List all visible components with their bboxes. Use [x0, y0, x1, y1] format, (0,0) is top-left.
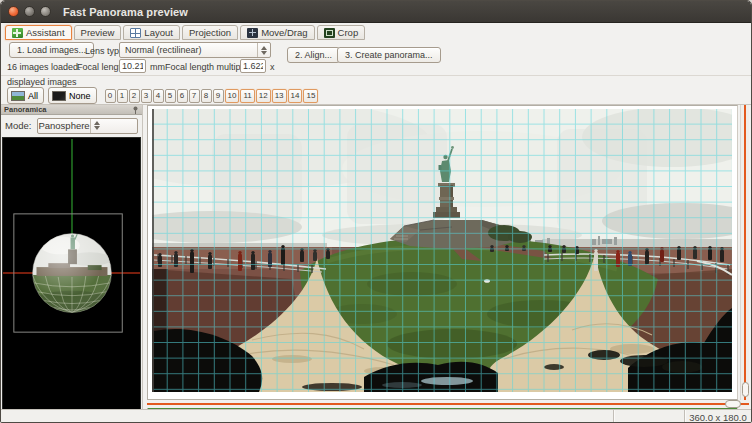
no-images-icon — [52, 91, 66, 101]
image-toggle-4[interactable]: 4 — [153, 89, 164, 103]
lens-type-select[interactable]: Normal (rectilinear) — [119, 42, 271, 58]
titlebar[interactable]: Fast Panorama preview — [1, 1, 751, 23]
tab-layout[interactable]: Layout — [123, 25, 180, 40]
image-toggle-9[interactable]: 9 — [213, 89, 224, 103]
image-toggle-5[interactable]: 5 — [165, 89, 176, 103]
tab-label: Layout — [144, 27, 173, 38]
move-drag-icon — [247, 28, 258, 38]
image-toggle-14[interactable]: 14 — [288, 89, 303, 103]
tab-preview[interactable]: Preview — [74, 25, 122, 40]
mode-label: Mode: — [5, 120, 31, 131]
tab-label: Assistant — [26, 27, 65, 38]
assistant-wand-icon — [12, 28, 23, 38]
image-toggle-15[interactable]: 15 — [303, 89, 318, 103]
align-button[interactable]: 2. Align... — [287, 47, 340, 63]
tab-move-drag[interactable]: Move/Drag — [240, 25, 314, 40]
minimize-button[interactable] — [24, 6, 35, 17]
images-loaded-status: 16 images loaded. — [7, 62, 81, 72]
panosphere — [28, 232, 117, 319]
displayed-images-group: displayed images All None 01234567891011… — [1, 75, 751, 105]
scroll-track-line — [744, 105, 746, 400]
image-toggle-8[interactable]: 8 — [201, 89, 212, 103]
tab-assistant[interactable]: Assistant — [5, 25, 72, 40]
preview-area — [147, 105, 738, 400]
panosphere-canvas[interactable] — [2, 137, 141, 410]
all-label: All — [28, 91, 38, 101]
panorama-preview-canvas[interactable] — [152, 109, 732, 392]
mode-select[interactable]: Panosphere — [37, 118, 138, 134]
maximize-button[interactable] — [40, 6, 51, 17]
image-toggle-12[interactable]: 12 — [256, 89, 271, 103]
image-toggle-1[interactable]: 1 — [117, 89, 128, 103]
show-all-images-button[interactable]: All — [7, 87, 44, 104]
mode-value: Panosphere — [38, 120, 89, 131]
image-toggle-3[interactable]: 3 — [141, 89, 152, 103]
close-button[interactable] — [8, 6, 19, 17]
tab-label: Move/Drag — [261, 27, 307, 38]
dock-title: Panoramica — [4, 105, 47, 114]
image-toggle-2[interactable]: 2 — [129, 89, 140, 103]
vertical-scrollbar[interactable] — [740, 105, 749, 400]
load-images-button[interactable]: 1. Load images... — [9, 42, 94, 58]
preview-grid-overlay — [152, 109, 732, 392]
window-title: Fast Panorama preview — [63, 6, 188, 18]
none-label: None — [69, 91, 91, 101]
vertical-scroll-handle[interactable] — [742, 382, 749, 397]
crop-icon — [324, 28, 335, 38]
all-images-icon — [11, 91, 25, 101]
show-no-images-button[interactable]: None — [48, 87, 97, 104]
image-toggle-13[interactable]: 13 — [272, 89, 287, 103]
focal-multiplier-unit: x — [270, 62, 275, 72]
scroll-track-line — [147, 403, 749, 405]
focal-multiplier-field[interactable] — [240, 59, 266, 73]
displayed-images-label: displayed images — [7, 77, 77, 87]
pin-icon[interactable] — [132, 106, 139, 114]
tab-label: Preview — [81, 27, 115, 38]
lens-type-value: Normal (rectilinear) — [120, 45, 257, 55]
focal-length-field[interactable] — [119, 59, 146, 73]
image-toggle-7[interactable]: 7 — [189, 89, 200, 103]
layout-grid-icon — [130, 28, 141, 38]
tab-bar: Assistant Preview Layout Projection Move… — [1, 23, 751, 40]
tab-projection[interactable]: Projection — [182, 25, 238, 40]
status-bar: 360.0 x 180.0 — [1, 409, 751, 423]
tab-label: Crop — [338, 27, 359, 38]
focal-length-unit: mm — [150, 62, 165, 72]
status-middle-section — [614, 410, 684, 423]
image-toggle-0[interactable]: 0 — [105, 89, 116, 103]
assistant-toolbar: 1. Load images... 16 images loaded. Lens… — [1, 40, 751, 75]
dock-header[interactable]: Panoramica — [1, 105, 142, 115]
image-toggle-10[interactable]: 10 — [225, 89, 240, 103]
status-main-section — [1, 410, 613, 423]
pano-left-edge — [152, 109, 154, 392]
spinner-arrows-icon[interactable] — [257, 43, 270, 57]
image-toggle-6[interactable]: 6 — [177, 89, 188, 103]
spinner-arrows-icon[interactable] — [90, 119, 103, 133]
horizontal-scroll-handle[interactable] — [725, 400, 741, 408]
horizontal-scrollbar[interactable] — [147, 400, 749, 408]
tab-label: Projection — [189, 27, 231, 38]
image-toggle-11[interactable]: 11 — [240, 89, 254, 103]
tab-crop[interactable]: Crop — [317, 25, 366, 40]
image-toggle-row: 0123456789101112131415 — [105, 89, 319, 103]
panorama-dock-panel: Panoramica Mode: Panosphere — [1, 105, 143, 411]
create-panorama-button[interactable]: 3. Create panorama... — [337, 47, 441, 63]
pano-dimensions: 360.0 x 180.0 — [685, 410, 751, 423]
fast-panorama-preview-window: Fast Panorama preview Assistant Preview … — [0, 0, 752, 423]
